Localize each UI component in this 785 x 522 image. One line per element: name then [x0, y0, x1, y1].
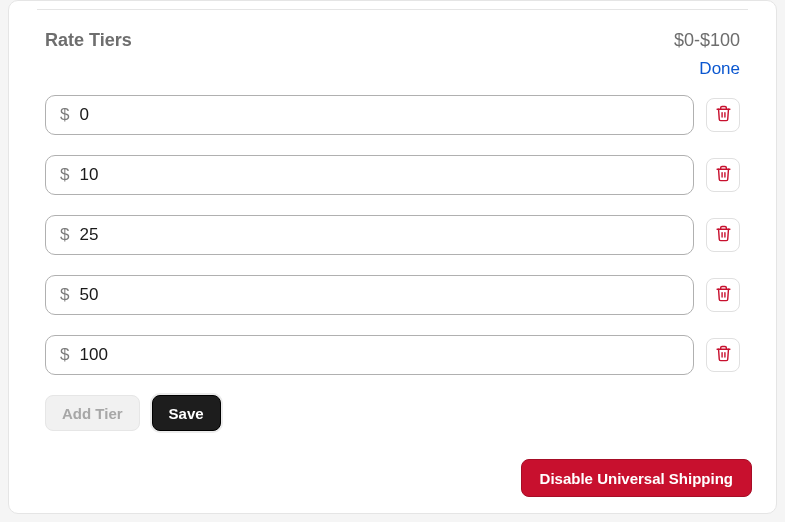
tier-input-wrap: $ [45, 335, 694, 375]
delete-tier-button[interactable] [706, 278, 740, 312]
header-row: Rate Tiers $0-$100 [9, 10, 776, 51]
tier-row: $ [45, 155, 740, 195]
delete-tier-button[interactable] [706, 338, 740, 372]
actions-row: Add Tier Save [9, 395, 776, 431]
add-tier-button[interactable]: Add Tier [45, 395, 140, 431]
delete-tier-button[interactable] [706, 98, 740, 132]
trash-icon [715, 105, 732, 125]
trash-icon [715, 225, 732, 245]
tier-input-wrap: $ [45, 155, 694, 195]
trash-icon [715, 345, 732, 365]
tier-value-input[interactable] [79, 285, 679, 305]
currency-symbol: $ [60, 285, 69, 305]
delete-tier-button[interactable] [706, 158, 740, 192]
trash-icon [715, 165, 732, 185]
save-button[interactable]: Save [152, 395, 221, 431]
tier-input-wrap: $ [45, 95, 694, 135]
tier-row: $ [45, 335, 740, 375]
done-row: Done [9, 51, 776, 87]
footer-row: Disable Universal Shipping [521, 459, 752, 497]
currency-symbol: $ [60, 225, 69, 245]
tiers-list: $$$$$ [9, 87, 776, 375]
tier-row: $ [45, 95, 740, 135]
rate-tiers-card: Rate Tiers $0-$100 Done $$$$$ Add Tier S… [8, 0, 777, 514]
tier-row: $ [45, 215, 740, 255]
tier-row: $ [45, 275, 740, 315]
section-title: Rate Tiers [45, 30, 132, 51]
trash-icon [715, 285, 732, 305]
tier-value-input[interactable] [79, 345, 679, 365]
done-link[interactable]: Done [699, 59, 740, 78]
disable-universal-shipping-button[interactable]: Disable Universal Shipping [521, 459, 752, 497]
range-display: $0-$100 [674, 30, 740, 51]
currency-symbol: $ [60, 165, 69, 185]
currency-symbol: $ [60, 105, 69, 125]
tier-input-wrap: $ [45, 275, 694, 315]
tier-value-input[interactable] [79, 165, 679, 185]
tier-value-input[interactable] [79, 225, 679, 245]
delete-tier-button[interactable] [706, 218, 740, 252]
tier-value-input[interactable] [79, 105, 679, 125]
tier-input-wrap: $ [45, 215, 694, 255]
currency-symbol: $ [60, 345, 69, 365]
